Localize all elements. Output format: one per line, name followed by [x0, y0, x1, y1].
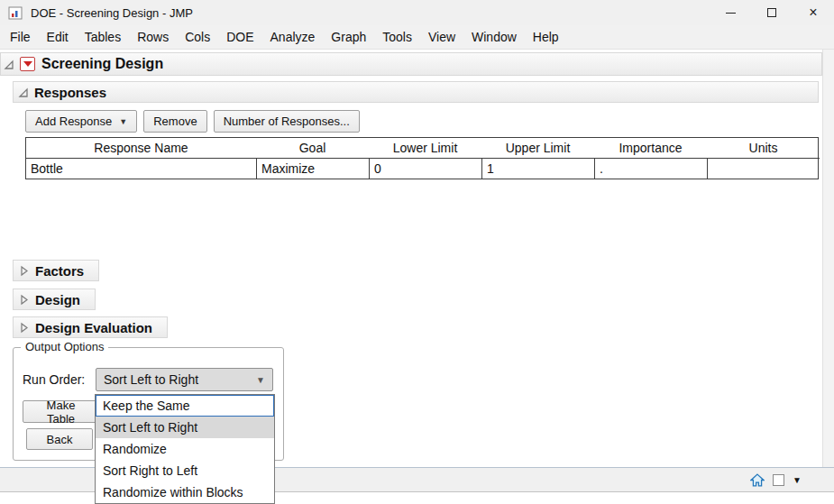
disclosure-closed-icon[interactable] — [18, 322, 30, 334]
run-order-dropdown: Keep the Same Sort Left to Right Randomi… — [95, 394, 275, 504]
home-icon[interactable] — [750, 473, 765, 487]
maximize-icon — [767, 8, 776, 17]
close-icon: × — [809, 5, 817, 20]
table-row: Bottle Maximize 0 1 . — [26, 158, 818, 179]
window-controls: × — [710, 0, 834, 25]
dropdown-option-randomize[interactable]: Randomize — [96, 438, 274, 460]
dropdown-option-keep-the-same[interactable]: Keep the Same — [96, 395, 274, 417]
run-order-value: Sort Left to Right — [104, 372, 198, 387]
output-options-legend: Output Options — [21, 340, 108, 353]
disclosure-closed-icon[interactable] — [18, 294, 30, 306]
cell-goal[interactable]: Maximize — [256, 158, 369, 179]
responses-section-header: Responses — [13, 81, 819, 103]
number-of-responses-label: Number of Responses... — [224, 115, 350, 128]
window-title: DOE - Screening Design - JMP — [31, 6, 193, 20]
titlebar: DOE - Screening Design - JMP × — [0, 0, 834, 25]
number-of-responses-button[interactable]: Number of Responses... — [214, 110, 360, 133]
header-goal: Goal — [256, 141, 369, 155]
design-evaluation-title: Design Evaluation — [35, 320, 152, 335]
menu-item-tools[interactable]: Tools — [374, 26, 420, 48]
screening-design-header: Screening Design — [0, 52, 822, 76]
menu-item-rows[interactable]: Rows — [129, 26, 177, 48]
menu-item-analyze[interactable]: Analyze — [262, 26, 324, 48]
menu-item-doe[interactable]: DOE — [218, 26, 261, 48]
menu-item-cols[interactable]: Cols — [177, 26, 218, 48]
design-title: Design — [35, 292, 80, 307]
menu-item-help[interactable]: Help — [525, 26, 567, 48]
menu-item-tables[interactable]: Tables — [77, 26, 129, 48]
menu-item-view[interactable]: View — [420, 26, 463, 48]
cell-lower-limit[interactable]: 0 — [369, 158, 481, 179]
jmp-window: DOE - Screening Design - JMP × File Edit… — [0, 0, 834, 504]
cell-upper-limit[interactable]: 1 — [481, 158, 594, 179]
minimize-button[interactable] — [710, 0, 751, 25]
disclosure-open-icon[interactable] — [3, 59, 14, 70]
close-button[interactable]: × — [793, 0, 834, 25]
window-box-icon[interactable] — [773, 474, 784, 486]
header-response-name: Response Name — [26, 141, 256, 155]
caret-down-icon: ▼ — [119, 117, 127, 126]
menu-item-window[interactable]: Window — [463, 26, 525, 48]
menu-item-graph[interactable]: Graph — [323, 26, 374, 48]
header-importance: Importance — [594, 141, 707, 155]
make-table-button[interactable]: Make Table — [23, 400, 99, 423]
section-header-design-evaluation[interactable]: Design Evaluation — [13, 316, 168, 338]
jmp-app-icon — [8, 6, 23, 20]
header-lower-limit: Lower Limit — [369, 141, 481, 155]
cell-response-name[interactable]: Bottle — [26, 158, 256, 179]
add-response-label: Add Response — [35, 115, 112, 128]
minimize-icon — [726, 13, 736, 14]
section-header-factors[interactable]: Factors — [13, 260, 99, 281]
responses-button-row: Add Response ▼ Remove Number of Response… — [25, 110, 360, 133]
red-triangle-icon — [23, 60, 32, 68]
menu-item-file[interactable]: File — [2, 26, 39, 48]
combobox-arrow-icon[interactable]: ▼ — [256, 375, 265, 385]
remove-label: Remove — [153, 115, 197, 128]
dropdown-option-randomize-within-blocks[interactable]: Randomize within Blocks — [96, 481, 274, 503]
dropdown-option-sort-right-to-left[interactable]: Sort Right to Left — [96, 460, 274, 481]
header-units: Units — [707, 141, 820, 155]
add-response-button[interactable]: Add Response ▼ — [25, 110, 137, 133]
disclosure-closed-icon[interactable] — [18, 265, 30, 277]
header-upper-limit: Upper Limit — [481, 141, 594, 155]
make-table-label: Make Table — [32, 399, 89, 426]
responses-table-header: Response Name Goal Lower Limit Upper Lim… — [26, 138, 818, 158]
report-title: Screening Design — [41, 56, 163, 72]
back-button[interactable]: Back — [26, 428, 93, 450]
run-order-combobox[interactable]: Sort Left to Right ▼ — [96, 368, 273, 391]
maximize-button[interactable] — [751, 0, 793, 25]
menu-item-edit[interactable]: Edit — [39, 26, 77, 48]
cell-importance[interactable]: . — [594, 158, 707, 179]
red-triangle-menu-button[interactable] — [20, 57, 35, 71]
factors-title: Factors — [35, 263, 84, 279]
vertical-scrollbar[interactable] — [822, 50, 834, 467]
caret-down-icon[interactable]: ▼ — [793, 475, 802, 485]
run-order-label: Run Order: — [23, 372, 85, 387]
menubar: File Edit Tables Rows Cols DOE Analyze G… — [0, 25, 834, 50]
responses-title: Responses — [34, 85, 106, 100]
back-label: Back — [47, 433, 73, 446]
dropdown-option-sort-left-to-right[interactable]: Sort Left to Right — [96, 417, 274, 438]
responses-table: Response Name Goal Lower Limit Upper Lim… — [25, 137, 819, 179]
cell-units[interactable] — [707, 158, 820, 179]
remove-button[interactable]: Remove — [143, 110, 206, 133]
section-header-design[interactable]: Design — [13, 289, 96, 310]
disclosure-open-icon[interactable] — [17, 87, 29, 98]
